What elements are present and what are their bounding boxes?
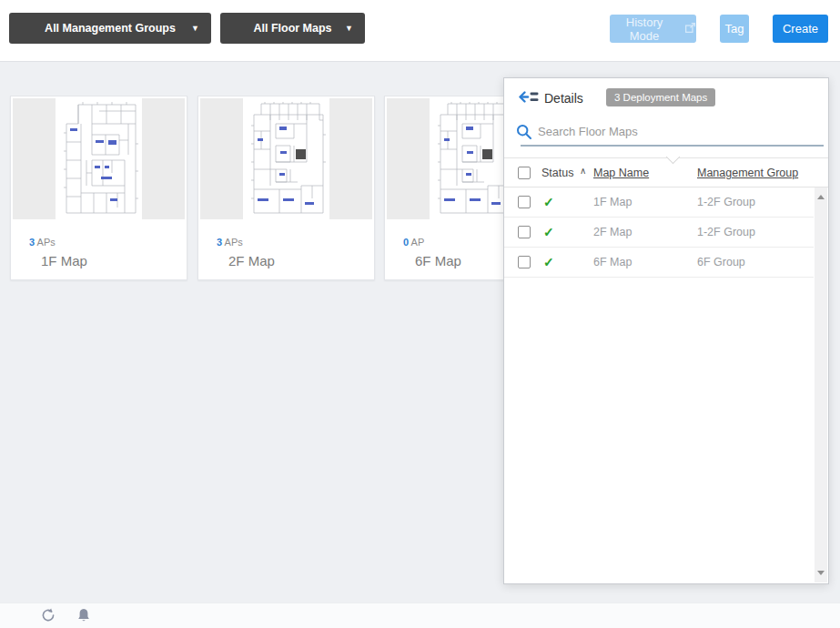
card-meta: 3 APs 2F Map <box>198 221 374 268</box>
floor-plan-thumbnail <box>13 98 185 219</box>
external-link-icon <box>684 22 696 36</box>
status-ok-icon: ✓ <box>543 225 554 239</box>
scroll-up-icon[interactable] <box>817 195 825 199</box>
panel-title: Details <box>544 91 583 106</box>
floor-plan-thumbnail <box>200 98 372 219</box>
bell-icon <box>76 607 91 623</box>
notifications-button[interactable] <box>76 607 91 626</box>
ap-unit: APs <box>225 237 243 248</box>
table-row[interactable]: ✓ 2F Map 1-2F Group <box>504 218 814 248</box>
map-name: 2F Map <box>228 253 374 268</box>
floor-plan-image <box>56 98 142 219</box>
search-icon <box>516 124 532 144</box>
status-ok-icon: ✓ <box>543 255 554 269</box>
create-button[interactable]: Create <box>773 15 828 43</box>
search-underline <box>521 145 824 147</box>
ap-count-line: 3 APs <box>217 237 374 248</box>
cell-management-group: 6F Group <box>697 256 745 268</box>
row-checkbox[interactable] <box>518 196 531 208</box>
cell-map-name: 6F Map <box>593 256 632 268</box>
sort-ascending-icon[interactable]: ∧ <box>580 166 586 176</box>
floor-maps-dropdown-label: All Floor Maps <box>253 22 331 35</box>
ap-unit: AP <box>411 237 425 248</box>
table-row[interactable]: ✓ 6F Map 6F Group <box>504 248 814 278</box>
app-root: All Management Groups ▼ All Floor Maps ▼… <box>0 0 840 628</box>
floor-map-card-2f[interactable]: 3 APs 2F Map <box>197 96 375 280</box>
card-meta: 3 APs 1F Map <box>11 221 187 268</box>
ap-count-line: 3 APs <box>29 237 187 248</box>
cell-map-name: 2F Map <box>593 226 632 238</box>
panel-scrollbar[interactable] <box>815 187 827 582</box>
cell-management-group: 1-2F Group <box>697 226 755 238</box>
tag-button[interactable]: Tag <box>720 15 749 43</box>
floor-maps-dropdown[interactable]: All Floor Maps ▼ <box>220 13 365 44</box>
table-row[interactable]: ✓ 1F Map 1-2F Group <box>504 187 814 218</box>
cell-management-group: 1-2F Group <box>697 196 755 208</box>
column-header-map-name[interactable]: Map Name <box>593 167 649 179</box>
history-mode-button[interactable]: History Mode <box>610 15 696 43</box>
table-header: Status ∧ Map Name Management Group <box>504 157 828 187</box>
refresh-icon <box>40 607 56 623</box>
floor-map-card-1f[interactable]: 3 APs 1F Map <box>10 96 187 280</box>
refresh-button[interactable] <box>40 607 56 626</box>
ap-count: 3 <box>29 237 35 248</box>
chevron-down-icon: ▼ <box>345 24 353 33</box>
map-name: 1F Map <box>41 253 187 268</box>
status-ok-icon: ✓ <box>543 195 554 209</box>
management-groups-dropdown[interactable]: All Management Groups ▼ <box>9 13 211 44</box>
create-button-label: Create <box>783 22 818 35</box>
floor-plan-image <box>243 98 329 219</box>
management-groups-dropdown-label: All Management Groups <box>45 22 176 35</box>
details-panel: Details 3 Deployment Maps Status ∧ Map N… <box>503 77 829 584</box>
deployment-maps-badge: 3 Deployment Maps <box>606 88 715 106</box>
footer-bar <box>0 603 840 628</box>
search-input[interactable] <box>538 121 802 141</box>
ap-unit: APs <box>37 237 56 248</box>
row-checkbox[interactable] <box>518 256 531 268</box>
row-checkbox[interactable] <box>518 226 531 238</box>
scroll-down-icon[interactable] <box>817 571 825 575</box>
top-toolbar: All Management Groups ▼ All Floor Maps ▼… <box>0 0 840 62</box>
ap-count: 3 <box>217 237 222 248</box>
history-mode-button-label: History Mode <box>610 15 679 43</box>
back-arrow-icon <box>518 89 540 105</box>
column-header-management-group[interactable]: Management Group <box>697 167 798 179</box>
chevron-down-icon: ▼ <box>191 24 199 33</box>
tag-button-label: Tag <box>725 22 744 35</box>
collapse-panel-button[interactable] <box>518 89 540 106</box>
column-header-status: Status <box>541 167 573 179</box>
ap-count: 0 <box>403 237 409 248</box>
select-all-checkbox[interactable] <box>518 167 531 179</box>
cell-map-name: 1F Map <box>593 196 632 208</box>
